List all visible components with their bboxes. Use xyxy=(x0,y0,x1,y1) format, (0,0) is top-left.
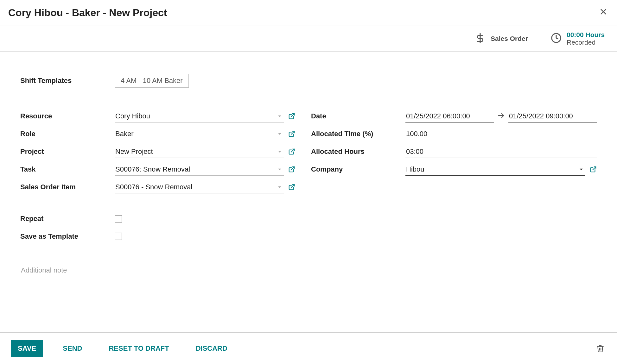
role-label: Role xyxy=(20,130,115,138)
form-columns: Resource Role xyxy=(20,107,597,245)
sales-order-item-label: Sales Order Item xyxy=(20,183,115,191)
shift-templates-row: Shift Templates 4 AM - 10 AM Baker xyxy=(20,74,597,88)
project-select[interactable] xyxy=(115,146,284,158)
external-link-icon xyxy=(288,166,295,173)
hours-bot-line: Recorded xyxy=(567,39,605,46)
hours-recorded-card[interactable]: 00:00 Hours Recorded xyxy=(541,26,617,51)
dollar-icon xyxy=(475,33,486,45)
svg-line-7 xyxy=(291,131,294,135)
arrow-right-icon xyxy=(498,112,505,121)
save-template-label: Save as Template xyxy=(20,232,115,241)
sales-order-item-open-link[interactable] xyxy=(288,184,295,191)
task-row: Task xyxy=(20,160,295,178)
task-open-link[interactable] xyxy=(288,166,295,173)
svg-line-9 xyxy=(291,149,294,152)
stat-row: Sales Order 00:00 Hours Recorded xyxy=(0,26,617,52)
save-template-checkbox[interactable] xyxy=(115,233,122,240)
form-body: Shift Templates 4 AM - 10 AM Baker Resou… xyxy=(0,52,617,316)
role-row: Role xyxy=(20,125,295,143)
task-input[interactable] xyxy=(115,163,284,175)
sales-order-text: Sales Order xyxy=(491,35,528,42)
date-row: Date xyxy=(311,107,597,125)
form-column-left: Resource Role xyxy=(20,107,295,245)
external-link-icon xyxy=(288,184,295,191)
external-link-icon xyxy=(288,148,295,155)
role-input[interactable] xyxy=(115,128,284,140)
trash-icon xyxy=(596,344,604,353)
dialog-title: Cory Hibou - Baker - New Project xyxy=(8,7,167,19)
project-open-link[interactable] xyxy=(288,148,295,155)
sales-order-item-row: Sales Order Item xyxy=(20,178,295,196)
delete-button[interactable] xyxy=(594,342,606,355)
repeat-row: Repeat xyxy=(20,210,295,228)
hours-text: 00:00 Hours Recorded xyxy=(567,31,605,46)
resource-row: Resource xyxy=(20,107,295,125)
project-input[interactable] xyxy=(115,146,284,158)
date-label: Date xyxy=(311,112,405,120)
project-row: Project xyxy=(20,143,295,160)
dialog-footer: SAVE SEND RESET TO DRAFT DISCARD xyxy=(0,332,617,364)
allocated-hours-label: Allocated Hours xyxy=(311,147,405,156)
sales-order-item-input[interactable] xyxy=(115,181,284,193)
close-button[interactable] xyxy=(598,7,609,17)
repeat-checkbox[interactable] xyxy=(115,215,122,223)
external-link-icon xyxy=(288,130,295,137)
task-label: Task xyxy=(20,165,115,173)
resource-select[interactable] xyxy=(115,110,284,122)
clock-icon xyxy=(551,33,562,45)
allocated-hours-row: Allocated Hours xyxy=(311,143,597,160)
close-icon xyxy=(600,7,607,17)
date-from-input[interactable] xyxy=(405,110,494,122)
resource-open-link[interactable] xyxy=(288,113,295,120)
allocated-time-input[interactable] xyxy=(405,128,597,140)
company-input[interactable] xyxy=(405,163,585,175)
svg-line-13 xyxy=(291,185,294,188)
shift-templates-label: Shift Templates xyxy=(20,77,115,85)
sales-order-card[interactable]: Sales Order xyxy=(465,26,541,51)
company-row: Company xyxy=(311,160,597,178)
allocated-hours-input[interactable] xyxy=(405,146,597,158)
svg-line-5 xyxy=(291,114,294,117)
save-button[interactable]: SAVE xyxy=(11,340,43,357)
allocated-time-row: Allocated Time (%) xyxy=(311,125,597,143)
send-button[interactable]: SEND xyxy=(56,340,89,357)
repeat-label: Repeat xyxy=(20,215,115,223)
task-select[interactable] xyxy=(115,163,284,176)
date-to-input[interactable] xyxy=(508,110,597,122)
resource-label: Resource xyxy=(20,112,115,120)
dialog-header: Cory Hibou - Baker - New Project xyxy=(0,0,617,26)
role-select[interactable] xyxy=(115,128,284,140)
svg-line-16 xyxy=(593,167,596,170)
sales-order-label: Sales Order xyxy=(491,35,528,42)
form-column-right: Date Allocated Time (%) Allocated Hours xyxy=(311,107,597,245)
role-open-link[interactable] xyxy=(288,130,295,137)
company-label: Company xyxy=(311,165,405,173)
discard-button[interactable]: DISCARD xyxy=(189,340,234,357)
resource-input[interactable] xyxy=(115,110,284,122)
company-select[interactable] xyxy=(405,163,585,176)
external-link-icon xyxy=(590,166,597,173)
reset-to-draft-button[interactable]: RESET TO DRAFT xyxy=(102,340,176,357)
svg-line-11 xyxy=(291,167,294,170)
additional-note-input[interactable] xyxy=(20,263,597,301)
hours-top-line: 00:00 Hours xyxy=(567,31,605,39)
allocated-time-label: Allocated Time (%) xyxy=(311,130,405,138)
company-open-link[interactable] xyxy=(590,166,597,173)
sales-order-item-select[interactable] xyxy=(115,181,284,193)
shift-template-chip[interactable]: 4 AM - 10 AM Baker xyxy=(115,74,189,88)
save-template-row: Save as Template xyxy=(20,228,295,245)
project-label: Project xyxy=(20,147,115,156)
external-link-icon xyxy=(288,113,295,120)
